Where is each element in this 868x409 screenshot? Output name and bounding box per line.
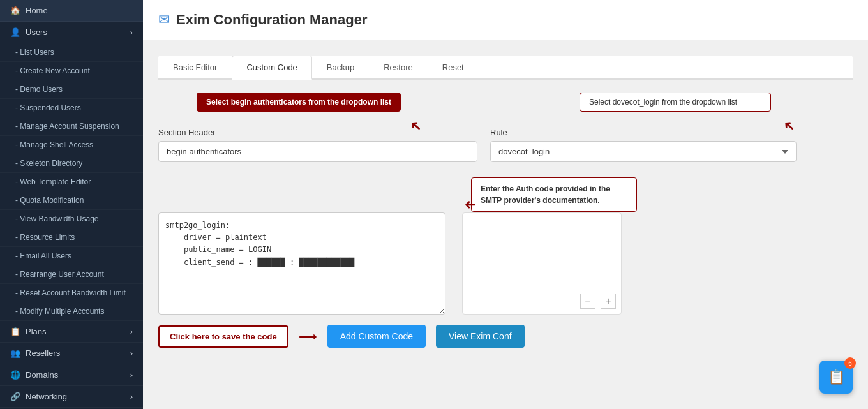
view-exim-conf-button[interactable]: View Exim Conf bbox=[436, 325, 525, 348]
tab-bar: Basic Editor Custom Code Backup Restore … bbox=[158, 56, 853, 80]
rule-group: Rule dovecot_login bbox=[490, 128, 797, 162]
plans-icon: 📋 bbox=[10, 327, 20, 336]
domains-icon: 🌐 bbox=[10, 370, 20, 380]
tab-custom-code[interactable]: Custom Code bbox=[232, 56, 311, 80]
sidebar-sub-view-bandwidth[interactable]: - View Bandwidth Usage bbox=[0, 210, 143, 228]
sidebar-home-label: Home bbox=[26, 6, 48, 15]
rule-select[interactable]: dovecot_login bbox=[490, 141, 797, 162]
callout-section-header: Select begin authenticators from the dro… bbox=[197, 93, 401, 112]
tab-basic-editor[interactable]: Basic Editor bbox=[158, 56, 232, 80]
sidebar-sub-suspended-users[interactable]: - Suspended Users bbox=[0, 99, 143, 117]
add-custom-code-button[interactable]: Add Custom Code bbox=[327, 325, 426, 348]
sidebar-resellers-label: Resellers bbox=[26, 348, 60, 358]
floating-icon: 📋 bbox=[828, 369, 845, 385]
sidebar-sub-manage-suspension[interactable]: - Manage Account Suspension bbox=[0, 117, 143, 136]
page-header: ✉ Exim Configuration Manager bbox=[143, 0, 868, 40]
sidebar-sub-resource-limits[interactable]: - Resource Limits bbox=[0, 228, 143, 247]
content-area: Basic Editor Custom Code Backup Restore … bbox=[143, 40, 868, 363]
sidebar-sub-email-users[interactable]: - Email All Users bbox=[0, 247, 143, 265]
tab-reset[interactable]: Reset bbox=[428, 56, 479, 80]
button-row: Click here to save the code ⟶ Add Custom… bbox=[158, 325, 853, 348]
main-content: ✉ Exim Configuration Manager Basic Edito… bbox=[143, 0, 868, 409]
sidebar-sub-manage-shell[interactable]: - Manage Shell Access bbox=[0, 136, 143, 154]
sidebar-item-plans[interactable]: 📋 Plans › bbox=[0, 321, 143, 343]
sidebar-item-networking[interactable]: 🔗 Networking › bbox=[0, 386, 143, 408]
sidebar-sub-web-template[interactable]: - Web Template Editor bbox=[0, 173, 143, 191]
arrow-auth-code: ➜ bbox=[465, 197, 476, 213]
sidebar-sub-skeleton-dir[interactable]: - Skeleton Directory bbox=[0, 154, 143, 173]
save-arrow-icon: ⟶ bbox=[299, 329, 317, 344]
home-icon: 🏠 bbox=[10, 6, 20, 15]
sidebar-plans-label: Plans bbox=[26, 327, 47, 336]
sidebar-sub-list-users[interactable]: - List Users bbox=[0, 43, 143, 62]
tab-backup[interactable]: Backup bbox=[312, 56, 369, 80]
right-panel: − + bbox=[462, 212, 622, 315]
floating-action-button[interactable]: 📋 6 bbox=[819, 361, 853, 394]
sidebar-sub-reset-bandwidth[interactable]: - Reset Account Bandwidth Limit bbox=[0, 284, 143, 302]
sidebar-sub-quota-mod[interactable]: - Quota Modification bbox=[0, 191, 143, 210]
networking-icon: 🔗 bbox=[10, 392, 20, 401]
sidebar-sub-create-account[interactable]: - Create New Account bbox=[0, 62, 143, 80]
page-title: Exim Configuration Manager bbox=[176, 11, 367, 28]
plans-chevron-icon: › bbox=[130, 327, 133, 336]
rule-label: Rule bbox=[490, 128, 797, 137]
sidebar-item-resellers[interactable]: 👥 Resellers › bbox=[0, 343, 143, 364]
panel-controls: − + bbox=[580, 294, 616, 309]
floating-badge: 6 bbox=[844, 357, 856, 369]
exim-icon: ✉ bbox=[158, 11, 170, 28]
sidebar-item-home[interactable]: 🏠 Home bbox=[0, 0, 143, 22]
sidebar-users-label: Users bbox=[26, 27, 47, 37]
sidebar: 🏠 Home 👤 Users › - List Users - Create N… bbox=[0, 0, 143, 409]
sidebar-item-domains[interactable]: 🌐 Domains › bbox=[0, 364, 143, 386]
sidebar-domains-label: Domains bbox=[26, 370, 58, 380]
networking-chevron-icon: › bbox=[130, 392, 133, 401]
code-row: smtp2go_login: driver = plaintext public… bbox=[158, 212, 853, 315]
callout-auth-code: Enter the Auth code provided in the SMTP… bbox=[471, 177, 637, 212]
sidebar-sub-demo-users[interactable]: - Demo Users bbox=[0, 80, 143, 99]
section-header-label: Section Header bbox=[158, 128, 477, 137]
tab-restore[interactable]: Restore bbox=[369, 56, 428, 80]
code-textarea[interactable]: smtp2go_login: driver = plaintext public… bbox=[158, 212, 445, 315]
form-row-inputs: Section Header Rule dovecot_login bbox=[158, 128, 853, 162]
section-header-input[interactable] bbox=[158, 141, 477, 162]
sidebar-sub-modify-multiple[interactable]: - Modify Multiple Accounts bbox=[0, 302, 143, 321]
callout-rule: Select dovecot_login from the dropdown l… bbox=[580, 93, 771, 112]
increase-button[interactable]: + bbox=[601, 294, 616, 309]
section-header-group: Section Header bbox=[158, 128, 477, 162]
sidebar-sub-rearrange-account[interactable]: - Rearrange User Account bbox=[0, 265, 143, 284]
users-icon: 👤 bbox=[10, 27, 20, 37]
sidebar-networking-label: Networking bbox=[26, 392, 67, 401]
resellers-icon: 👥 bbox=[10, 348, 20, 358]
sidebar-item-users[interactable]: 👤 Users › bbox=[0, 22, 143, 43]
resellers-chevron-icon: › bbox=[130, 348, 133, 358]
chevron-right-icon: › bbox=[130, 27, 133, 37]
decrease-button[interactable]: − bbox=[580, 294, 595, 309]
domains-chevron-icon: › bbox=[130, 370, 133, 380]
save-hint: Click here to save the code bbox=[158, 325, 288, 348]
